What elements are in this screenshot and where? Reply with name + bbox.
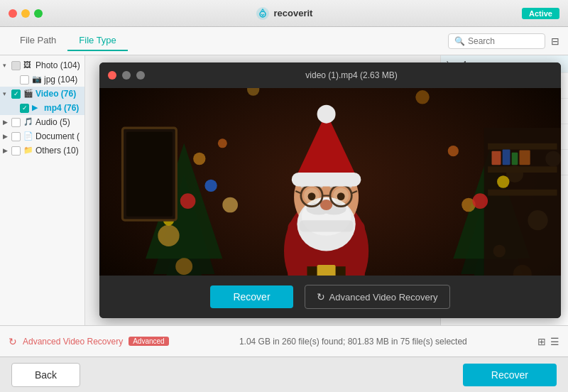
toolbar-right: 🔍 ⊟ <box>448 33 559 49</box>
active-badge: Active <box>522 8 559 19</box>
app-title: recoverit <box>256 6 313 21</box>
advanced-badge: Advanced <box>129 337 168 346</box>
recover-button[interactable]: Recover <box>463 364 557 386</box>
svg-rect-66 <box>126 132 173 217</box>
svg-rect-32 <box>317 265 336 276</box>
adv-video-recovery-label: Advanced Video Recovery <box>23 337 123 347</box>
svg-point-12 <box>222 197 238 213</box>
others-icon: 📁 <box>23 146 33 156</box>
document-icon: 📄 <box>23 131 33 141</box>
others-label: Others (10) <box>36 146 79 156</box>
content-area: ).mp4 Size B Volume ME (FAT16)/ Path /de… <box>85 55 568 325</box>
sidebar-item-document[interactable]: ▶ 📄 Document ( <box>0 129 84 143</box>
santa-scene-background <box>99 88 561 276</box>
app-logo <box>256 6 270 21</box>
sidebar-item-jpg[interactable]: 📷 jpg (104) <box>0 72 84 87</box>
photo-checkbox[interactable] <box>11 61 21 70</box>
svg-rect-57 <box>503 150 510 165</box>
video-label: Video (76) <box>36 89 76 99</box>
tab-filepath[interactable]: File Path <box>9 31 67 51</box>
video-recovery-icon: ↻ <box>317 291 325 303</box>
video-recovery-icon-status: ↻ <box>9 336 17 347</box>
svg-point-15 <box>218 138 227 148</box>
preview-modal: video (1).mp4 (2.63 MB) <box>99 62 561 318</box>
mp4-icon: ▶ <box>32 103 42 113</box>
photo-icon: 🖼 <box>23 60 33 70</box>
modal-maximize-button[interactable] <box>136 71 145 80</box>
svg-rect-58 <box>512 153 518 165</box>
toolbar: File Path File Type 🔍 ⊟ <box>0 27 568 55</box>
modal-close-button[interactable] <box>108 71 116 80</box>
modal-title: video (1).mp4 (2.63 MB) <box>151 70 552 80</box>
svg-point-11 <box>193 153 205 165</box>
maximize-button[interactable] <box>34 9 43 18</box>
document-label: Document ( <box>36 131 80 141</box>
chevron-right-icon-others: ▶ <box>3 147 11 154</box>
svg-rect-52 <box>484 128 561 276</box>
svg-point-64 <box>497 175 509 187</box>
svg-point-26 <box>415 90 430 104</box>
video-checkbox[interactable]: ✓ <box>11 89 21 99</box>
chevron-right-icon-doc: ▶ <box>3 133 11 140</box>
chevron-down-icon-video: ▾ <box>3 90 11 97</box>
view-icons: ⊞ ☰ <box>537 336 559 347</box>
svg-point-63 <box>472 193 488 209</box>
svg-point-60 <box>180 193 196 209</box>
tab-group: File Path File Type <box>9 31 128 51</box>
video-preview-area <box>99 88 561 276</box>
svg-rect-56 <box>492 151 501 165</box>
sidebar-item-audio[interactable]: ▶ 🎵 Audio (5) <box>0 115 84 129</box>
svg-point-22 <box>448 146 459 156</box>
modal-actions: Recover ↻ Advanced Video Recovery <box>99 276 561 318</box>
status-text: 1.04 GB in 260 file(s) found; 801.83 MB … <box>175 337 532 347</box>
search-input[interactable] <box>468 36 539 46</box>
chevron-down-icon: ▾ <box>3 62 11 69</box>
sidebar-item-video[interactable]: ▾ ✓ 🎬 Video (76) <box>0 87 84 101</box>
audio-label: Audio (5) <box>36 117 70 127</box>
svg-point-61 <box>204 180 217 192</box>
audio-icon: 🎵 <box>23 117 33 127</box>
action-bar: Back Recover <box>0 356 568 392</box>
photo-label: Photo (104) <box>36 60 80 70</box>
window-controls <box>9 9 43 18</box>
svg-point-50 <box>317 105 336 124</box>
minimize-button[interactable] <box>21 9 30 18</box>
search-icon: 🔍 <box>454 36 465 46</box>
jpg-icon: 📷 <box>32 75 42 85</box>
svg-point-46 <box>308 192 316 200</box>
chevron-right-icon-audio: ▶ <box>3 119 11 126</box>
svg-point-16 <box>175 258 192 275</box>
title-bar: recoverit Active <box>0 0 568 27</box>
modal-minimize-button[interactable] <box>122 71 131 80</box>
svg-rect-59 <box>520 151 530 165</box>
sidebar: ▾ 🖼 Photo (104) 📷 jpg (104) ▾ ✓ 🎬 Video … <box>0 55 85 325</box>
adv-recovery-label: Advanced Video Recovery <box>329 292 438 303</box>
sidebar-item-photo[interactable]: ▾ 🖼 Photo (104) <box>0 58 84 72</box>
svg-point-47 <box>337 192 345 200</box>
svg-rect-53 <box>488 143 557 150</box>
jpg-label: jpg (104) <box>44 75 77 85</box>
doc-checkbox[interactable] <box>11 132 21 141</box>
svg-rect-54 <box>488 166 557 173</box>
audio-checkbox[interactable] <box>11 118 21 127</box>
mp4-checkbox[interactable]: ✓ <box>20 104 29 113</box>
tab-filetype[interactable]: File Type <box>67 31 128 51</box>
advanced-video-recovery-button[interactable]: ↻ Advanced Video Recovery <box>305 285 450 309</box>
svg-rect-55 <box>488 190 557 196</box>
sidebar-item-mp4[interactable]: ✓ ▶ mp4 (76) <box>0 101 84 115</box>
back-button[interactable]: Back <box>11 363 80 387</box>
svg-point-13 <box>158 225 179 246</box>
jpg-checkbox[interactable] <box>20 75 29 85</box>
main-content: ▾ 🖼 Photo (104) 📷 jpg (104) ▾ ✓ 🎬 Video … <box>0 55 568 325</box>
others-checkbox[interactable] <box>11 146 21 156</box>
status-bar: ↻ Advanced Video Recovery Advanced 1.04 … <box>0 325 568 356</box>
sidebar-item-others[interactable]: ▶ 📁 Others (10) <box>0 143 84 158</box>
mp4-label: mp4 (76) <box>44 103 79 113</box>
filter-icon[interactable]: ⊟ <box>551 36 559 47</box>
close-button[interactable] <box>9 9 17 18</box>
svg-rect-49 <box>292 173 361 187</box>
modal-recover-button[interactable]: Recover <box>210 285 293 308</box>
search-box[interactable]: 🔍 <box>448 33 545 49</box>
grid-view-icon[interactable]: ⊞ <box>537 336 546 347</box>
list-view-icon[interactable]: ☰ <box>550 336 559 347</box>
